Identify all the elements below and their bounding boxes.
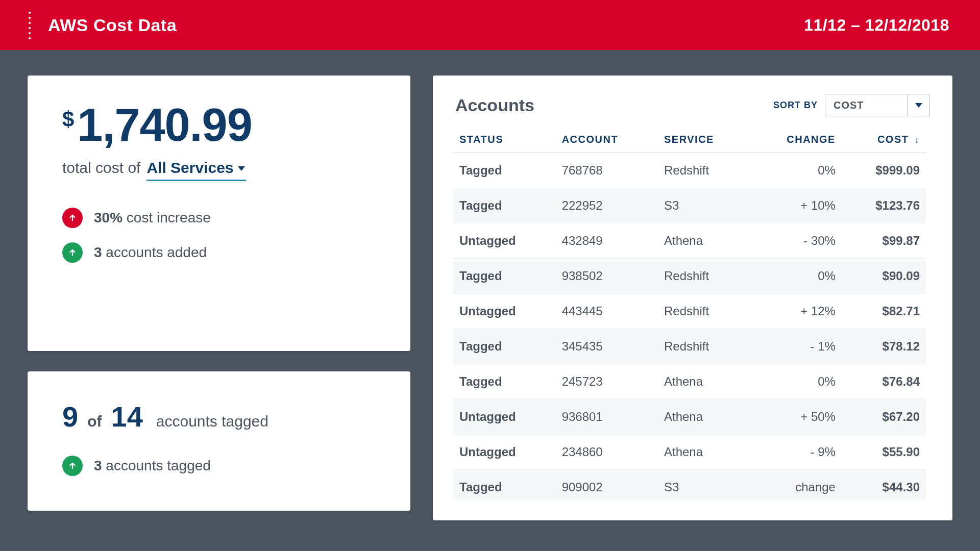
cell-change: 0% <box>751 259 842 294</box>
cell-cost: $99.87 <box>842 223 926 259</box>
cell-account: 234860 <box>556 435 658 470</box>
stat-row: 3 accounts added <box>62 242 376 263</box>
cell-service: Redshift <box>658 329 751 364</box>
cell-cost: $123.76 <box>842 188 926 223</box>
cell-status: Untagged <box>453 399 556 435</box>
cell-service: S3 <box>658 188 751 223</box>
cost-stat-list: 30% cost increase3 accounts added <box>62 208 376 263</box>
cell-account: 222952 <box>556 188 658 223</box>
cell-service: Redshift <box>658 153 751 188</box>
cell-status: Tagged <box>453 259 556 294</box>
table-row[interactable]: Untagged234860Athena- 9%$55.90 <box>453 435 926 470</box>
total-count: 14 <box>111 400 142 433</box>
stat-text: 3 accounts added <box>94 244 207 261</box>
cell-account: 345435 <box>556 329 658 364</box>
sort-group: SORT BY COST <box>773 94 930 116</box>
cost-amount: 1,740.99 <box>77 102 252 148</box>
cell-change: 0% <box>751 364 842 399</box>
stat-text: 3 accounts tagged <box>94 458 211 474</box>
accounts-table-wrap: STATUS ACCOUNT SERVICE CHANGE COST ↓ Tag… <box>453 127 932 500</box>
cell-status: Untagged <box>453 223 556 259</box>
accounts-card: Accounts SORT BY COST STATUS AC <box>433 76 952 520</box>
table-row[interactable]: Tagged909002S3change$44.30 <box>453 470 926 500</box>
cell-status: Tagged <box>453 329 556 364</box>
service-selector-row: total cost of All Services <box>62 159 376 181</box>
cell-change: + 50% <box>751 399 842 435</box>
cell-status: Untagged <box>453 435 556 470</box>
grip-icon[interactable] <box>29 11 31 39</box>
tagged-count: 9 <box>62 400 78 433</box>
date-range: 11/12 – 12/12/2018 <box>804 16 949 35</box>
cell-status: Tagged <box>453 153 556 188</box>
cell-service: Athena <box>658 399 751 435</box>
cell-change: 0% <box>751 153 842 188</box>
app-header: AWS Cost Data 11/12 – 12/12/2018 <box>0 0 980 50</box>
cell-status: Untagged <box>453 294 556 329</box>
sort-dropdown[interactable]: COST <box>825 94 930 116</box>
table-row[interactable]: Tagged768768Redshift0%$999.09 <box>453 153 926 188</box>
table-row[interactable]: Tagged245723Athena0%$76.84 <box>453 364 926 399</box>
cell-cost: $78.12 <box>842 329 926 364</box>
cell-account: 245723 <box>556 364 658 399</box>
cell-service: S3 <box>658 470 751 500</box>
table-row[interactable]: Untagged936801Athena+ 50%$67.20 <box>453 399 926 435</box>
cell-account: 936801 <box>556 399 658 435</box>
of-label: of <box>87 413 102 430</box>
cell-account: 443445 <box>556 294 658 329</box>
cell-change: - 30% <box>751 223 842 259</box>
cell-account: 768768 <box>556 153 658 188</box>
table-row[interactable]: Untagged443445Redshift+ 12%$82.71 <box>453 294 926 329</box>
sort-arrow-icon: ↓ <box>915 135 920 145</box>
accounts-table: STATUS ACCOUNT SERVICE CHANGE COST ↓ Tag… <box>453 127 926 500</box>
table-row[interactable]: Tagged222952S3+ 10%$123.76 <box>453 188 926 223</box>
cell-cost: $999.09 <box>842 153 926 188</box>
total-cost-value: $ 1,740.99 <box>62 102 376 148</box>
currency-symbol: $ <box>62 107 74 132</box>
cell-change: + 10% <box>751 188 842 223</box>
left-column: $ 1,740.99 total cost of All Services 30… <box>28 76 410 520</box>
cell-service: Athena <box>658 435 751 470</box>
cell-cost: $55.90 <box>842 435 926 470</box>
table-row[interactable]: Tagged345435Redshift- 1%$78.12 <box>453 329 926 364</box>
cell-service: Athena <box>658 223 751 259</box>
arrow-up-green-icon <box>62 242 83 263</box>
cell-cost: $76.84 <box>842 364 926 399</box>
col-status[interactable]: STATUS <box>453 127 556 153</box>
sort-value: COST <box>825 94 907 116</box>
cell-change: + 12% <box>751 294 842 329</box>
col-change[interactable]: CHANGE <box>751 127 842 153</box>
sort-by-label: SORT BY <box>773 100 818 111</box>
chevron-down-icon <box>907 94 929 116</box>
cell-change: - 9% <box>751 435 842 470</box>
cell-cost: $67.20 <box>842 399 926 435</box>
accounts-header: Accounts SORT BY COST <box>453 94 932 116</box>
table-row[interactable]: Tagged938502Redshift0%$90.09 <box>453 259 926 294</box>
col-cost-label: COST <box>877 134 909 145</box>
cell-cost: $44.30 <box>842 470 926 500</box>
tag-label: accounts tagged <box>156 413 268 430</box>
arrow-up-green-icon <box>62 456 83 476</box>
cell-change: change <box>751 470 842 500</box>
col-account[interactable]: ACCOUNT <box>556 127 658 153</box>
page-title: AWS Cost Data <box>48 15 177 35</box>
cell-status: Tagged <box>453 470 556 500</box>
col-cost[interactable]: COST ↓ <box>842 127 926 153</box>
tag-stat-list: 3 accounts tagged <box>62 456 376 476</box>
service-dropdown[interactable]: All Services <box>146 159 246 181</box>
content: $ 1,740.99 total cost of All Services 30… <box>0 50 980 520</box>
stat-row: 3 accounts tagged <box>62 456 376 476</box>
table-row[interactable]: Untagged432849Athena- 30%$99.87 <box>453 223 926 259</box>
cell-service: Redshift <box>658 259 751 294</box>
cell-account: 938502 <box>556 259 658 294</box>
cell-service: Athena <box>658 364 751 399</box>
cell-status: Tagged <box>453 188 556 223</box>
total-cost-card: $ 1,740.99 total cost of All Services 30… <box>28 76 410 351</box>
subtitle-prefix: total cost of <box>62 159 140 177</box>
cell-account: 909002 <box>556 470 658 500</box>
right-column: Accounts SORT BY COST STATUS AC <box>433 76 952 520</box>
accounts-scroll[interactable]: STATUS ACCOUNT SERVICE CHANGE COST ↓ Tag… <box>453 127 932 500</box>
col-service[interactable]: SERVICE <box>658 127 751 153</box>
tag-count-line: 9 of 14 accounts tagged <box>62 400 376 433</box>
stat-row: 30% cost increase <box>62 208 376 228</box>
accounts-title: Accounts <box>455 95 534 115</box>
